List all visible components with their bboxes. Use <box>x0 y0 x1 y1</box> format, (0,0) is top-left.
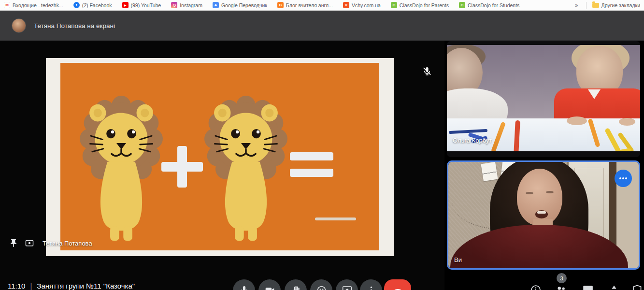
info-divider: | <box>30 282 32 290</box>
bookmark-label: Google Переводчик <box>221 2 267 8</box>
bookmark-classdojo-parents[interactable]: C ClassDojo for Parents <box>391 2 449 8</box>
screen: M Входящие - tedezhk... f (2) Facebook ▶… <box>0 0 644 290</box>
other-bookmarks-button[interactable]: Другие закладки <box>592 2 640 8</box>
presentation-label-row: Тетяна Потапова <box>9 238 92 248</box>
presentation-tile[interactable]: Тетяна Потапова <box>0 41 444 290</box>
lion-illustration-1 <box>80 93 163 244</box>
equals-sign <box>290 152 333 177</box>
google-translate-icon: A <box>213 2 219 8</box>
vchy-icon: V <box>343 2 349 8</box>
bookmarks-bar: M Входящие - tedezhk... f (2) Facebook ▶… <box>0 0 644 11</box>
teacher-eye <box>526 192 533 194</box>
wall-card <box>481 162 498 181</box>
presenting-banner-text: Тетяна Потапова на екрані <box>34 22 115 29</box>
video-tile-olha-korbut[interactable]: Ольга Корбут <box>447 41 640 157</box>
bookmark-classdojo-students[interactable]: C ClassDojo for Students <box>459 2 519 8</box>
people-button[interactable] <box>555 284 567 290</box>
blogger-icon: B <box>277 2 284 8</box>
slide-content <box>60 63 379 250</box>
bookmark-label: Входящие - tedezhk... <box>13 2 63 8</box>
other-bookmarks-label: Другие закладки <box>601 2 640 8</box>
presenting-banner: Тетяна Потапова на екрані <box>0 11 644 41</box>
chat-button[interactable] <box>582 284 594 290</box>
mic-off-icon <box>421 66 433 77</box>
bookmark-google-translate[interactable]: A Google Переводчик <box>213 2 267 8</box>
host-controls-button[interactable] <box>631 284 644 290</box>
meeting-details-button[interactable] <box>530 284 542 290</box>
presenter-name-label: Тетяна Потапова <box>43 240 92 247</box>
child-hand <box>567 116 587 125</box>
participants-count-badge: 3 <box>557 273 567 283</box>
folder-icon <box>592 3 599 8</box>
teacher-eye <box>546 191 554 193</box>
bookmarks-overflow-chevron[interactable]: » <box>573 2 580 9</box>
answer-blank <box>315 218 356 220</box>
bookmark-vchy[interactable]: V Vchy.com.ua <box>343 2 381 8</box>
shared-slide <box>46 58 394 256</box>
self-name-label: Ви <box>454 256 462 263</box>
youtube-icon: ▶ <box>122 2 129 8</box>
bookmark-gmail-inbox[interactable]: M Входящие - tedezhk... <box>4 2 63 8</box>
gmail-icon: M <box>4 2 10 8</box>
video-tile-you[interactable]: Ви <box>447 160 640 270</box>
facebook-icon: f <box>73 2 80 8</box>
child-hand <box>619 118 635 126</box>
bookmark-label: Vchy.com.ua <box>352 2 381 8</box>
video-feed-children <box>447 45 640 151</box>
instagram-icon <box>171 2 177 8</box>
plus-sign <box>161 146 203 188</box>
participant-name-label: Ольга Корбут <box>453 137 492 144</box>
video-feed-self <box>448 162 639 268</box>
classdojo-icon: C <box>459 2 465 8</box>
teacher-mouth <box>535 210 548 218</box>
meeting-info: 11:10 | Заняття групи №11 "Казочка" <box>8 282 135 290</box>
end-call-button[interactable] <box>384 279 411 290</box>
bookmark-label: (2) Facebook <box>82 2 112 8</box>
bookmarks-divider <box>586 2 587 9</box>
pin-icon[interactable] <box>9 238 18 248</box>
clock: 11:10 <box>8 282 25 290</box>
bookmark-label: Instagram <box>180 2 202 8</box>
bookmark-instagram[interactable]: Instagram <box>171 2 202 8</box>
tile-options-button[interactable] <box>615 170 632 187</box>
bookmark-facebook[interactable]: f (2) Facebook <box>73 2 112 8</box>
activities-button[interactable] <box>608 284 620 290</box>
bookmark-label: ClassDojo for Students <box>468 2 519 8</box>
lion-illustration-2 <box>204 93 287 244</box>
presenter-avatar <box>12 18 26 33</box>
bookmark-youtube[interactable]: ▶ (99) YouTube <box>122 2 161 8</box>
meeting-name: Заняття групи №11 "Казочка" <box>37 282 135 290</box>
bookmark-teacher-blog[interactable]: B Блог вчителя англ... <box>277 2 333 8</box>
bookmark-label: (99) YouTube <box>131 2 161 8</box>
minimize-presentation-icon[interactable] <box>25 238 34 248</box>
bookmark-label: Блог вчителя англ... <box>286 2 333 8</box>
bookmark-label: ClassDojo for Parents <box>400 2 449 8</box>
classdojo-icon: C <box>391 2 397 8</box>
